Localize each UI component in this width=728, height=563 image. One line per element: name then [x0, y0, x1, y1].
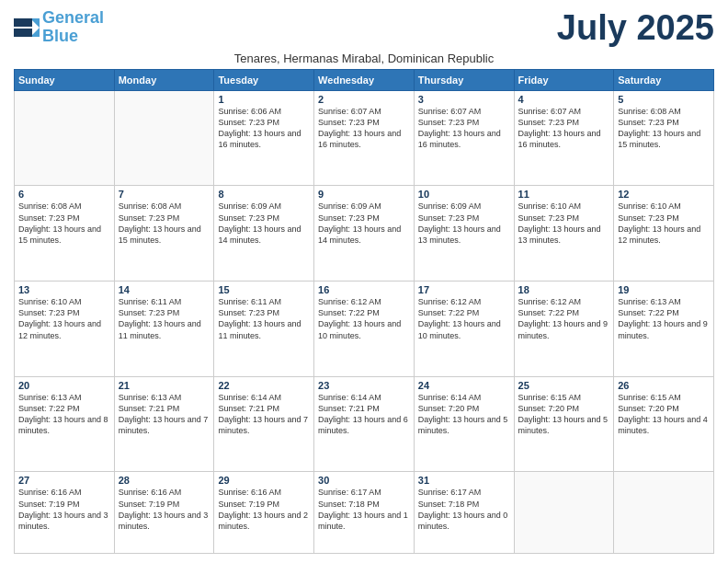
day-info: Sunrise: 6:09 AM Sunset: 7:23 PM Dayligh… — [218, 201, 310, 246]
calendar-table: Sunday Monday Tuesday Wednesday Thursday… — [14, 69, 714, 554]
day-number: 18 — [518, 284, 610, 295]
table-row — [114, 90, 214, 186]
table-row: 30Sunrise: 6:17 AM Sunset: 7:18 PM Dayli… — [314, 472, 415, 554]
day-info: Sunrise: 6:10 AM Sunset: 7:23 PM Dayligh… — [518, 201, 610, 246]
table-row: 12Sunrise: 6:10 AM Sunset: 7:23 PM Dayli… — [614, 186, 714, 282]
logo-line2: Blue — [42, 27, 78, 45]
day-info: Sunrise: 6:16 AM Sunset: 7:19 PM Dayligh… — [119, 487, 210, 532]
day-number: 4 — [518, 94, 610, 105]
day-info: Sunrise: 6:13 AM Sunset: 7:22 PM Dayligh… — [18, 392, 110, 437]
table-row: 9Sunrise: 6:09 AM Sunset: 7:23 PM Daylig… — [314, 186, 415, 282]
table-row: 6Sunrise: 6:08 AM Sunset: 7:23 PM Daylig… — [15, 186, 115, 282]
day-number: 12 — [618, 189, 710, 200]
day-info: Sunrise: 6:14 AM Sunset: 7:21 PM Dayligh… — [318, 392, 410, 437]
table-row: 28Sunrise: 6:16 AM Sunset: 7:19 PM Dayli… — [114, 472, 214, 554]
day-number: 14 — [119, 284, 210, 295]
day-info: Sunrise: 6:07 AM Sunset: 7:23 PM Dayligh… — [518, 106, 610, 151]
day-info: Sunrise: 6:08 AM Sunset: 7:23 PM Dayligh… — [18, 201, 110, 246]
day-number: 31 — [418, 475, 510, 486]
subtitle: Tenares, Hermanas Mirabal, Dominican Rep… — [14, 52, 714, 65]
table-row — [15, 90, 115, 186]
table-row: 24Sunrise: 6:14 AM Sunset: 7:20 PM Dayli… — [414, 376, 514, 472]
logo-line1: General — [42, 8, 104, 27]
day-number: 25 — [518, 380, 610, 391]
day-number: 30 — [318, 475, 410, 486]
day-info: Sunrise: 6:10 AM Sunset: 7:23 PM Dayligh… — [18, 296, 110, 341]
day-number: 1 — [218, 94, 310, 105]
table-row: 14Sunrise: 6:11 AM Sunset: 7:23 PM Dayli… — [114, 282, 214, 377]
table-row — [614, 472, 714, 554]
table-row: 1Sunrise: 6:06 AM Sunset: 7:23 PM Daylig… — [214, 90, 314, 186]
day-info: Sunrise: 6:17 AM Sunset: 7:18 PM Dayligh… — [318, 487, 410, 532]
day-number: 2 — [318, 94, 410, 105]
table-row: 21Sunrise: 6:13 AM Sunset: 7:21 PM Dayli… — [114, 376, 214, 472]
col-wednesday: Wednesday — [314, 69, 415, 90]
logo-icon — [14, 15, 40, 40]
day-number: 11 — [518, 189, 610, 200]
page: General Blue July 2025 Tenares, Hermanas… — [0, 0, 728, 563]
day-number: 23 — [318, 380, 410, 391]
day-number: 29 — [218, 475, 310, 486]
svg-rect-2 — [14, 18, 32, 27]
day-info: Sunrise: 6:14 AM Sunset: 7:20 PM Dayligh… — [418, 392, 510, 437]
table-row: 22Sunrise: 6:14 AM Sunset: 7:21 PM Dayli… — [214, 376, 314, 472]
day-number: 3 — [418, 94, 510, 105]
day-info: Sunrise: 6:13 AM Sunset: 7:22 PM Dayligh… — [618, 296, 710, 341]
day-info: Sunrise: 6:10 AM Sunset: 7:23 PM Dayligh… — [618, 201, 710, 246]
day-info: Sunrise: 6:11 AM Sunset: 7:23 PM Dayligh… — [218, 296, 310, 341]
table-row: 8Sunrise: 6:09 AM Sunset: 7:23 PM Daylig… — [214, 186, 314, 282]
col-thursday: Thursday — [414, 69, 514, 90]
day-info: Sunrise: 6:15 AM Sunset: 7:20 PM Dayligh… — [618, 392, 710, 437]
table-row: 17Sunrise: 6:12 AM Sunset: 7:22 PM Dayli… — [414, 282, 514, 377]
day-info: Sunrise: 6:14 AM Sunset: 7:21 PM Dayligh… — [218, 392, 310, 437]
day-info: Sunrise: 6:07 AM Sunset: 7:23 PM Dayligh… — [318, 106, 410, 151]
day-number: 21 — [119, 380, 210, 391]
col-saturday: Saturday — [614, 69, 714, 90]
table-row: 18Sunrise: 6:12 AM Sunset: 7:22 PM Dayli… — [514, 282, 614, 377]
table-row: 13Sunrise: 6:10 AM Sunset: 7:23 PM Dayli… — [15, 282, 115, 377]
day-info: Sunrise: 6:13 AM Sunset: 7:21 PM Dayligh… — [119, 392, 210, 437]
table-row: 2Sunrise: 6:07 AM Sunset: 7:23 PM Daylig… — [314, 90, 415, 186]
table-row: 27Sunrise: 6:16 AM Sunset: 7:19 PM Dayli… — [15, 472, 115, 554]
day-info: Sunrise: 6:07 AM Sunset: 7:23 PM Dayligh… — [418, 106, 510, 151]
col-monday: Monday — [114, 69, 214, 90]
day-number: 17 — [418, 284, 510, 295]
table-row: 26Sunrise: 6:15 AM Sunset: 7:20 PM Dayli… — [614, 376, 714, 472]
table-row: 4Sunrise: 6:07 AM Sunset: 7:23 PM Daylig… — [514, 90, 614, 186]
table-row: 3Sunrise: 6:07 AM Sunset: 7:23 PM Daylig… — [414, 90, 514, 186]
table-row — [514, 472, 614, 554]
day-number: 24 — [418, 380, 510, 391]
day-number: 5 — [618, 94, 710, 105]
day-info: Sunrise: 6:12 AM Sunset: 7:22 PM Dayligh… — [518, 296, 610, 341]
day-number: 13 — [18, 284, 110, 295]
day-info: Sunrise: 6:11 AM Sunset: 7:23 PM Dayligh… — [119, 296, 210, 341]
calendar-header-row: Sunday Monday Tuesday Wednesday Thursday… — [15, 69, 714, 90]
day-info: Sunrise: 6:16 AM Sunset: 7:19 PM Dayligh… — [18, 487, 110, 532]
table-row: 20Sunrise: 6:13 AM Sunset: 7:22 PM Dayli… — [15, 376, 115, 472]
day-number: 22 — [218, 380, 310, 391]
table-row: 7Sunrise: 6:08 AM Sunset: 7:23 PM Daylig… — [114, 186, 214, 282]
header: General Blue July 2025 — [14, 9, 714, 48]
day-info: Sunrise: 6:08 AM Sunset: 7:23 PM Dayligh… — [618, 106, 710, 151]
day-number: 15 — [218, 284, 310, 295]
day-info: Sunrise: 6:15 AM Sunset: 7:20 PM Dayligh… — [518, 392, 610, 437]
day-number: 16 — [318, 284, 410, 295]
table-row: 23Sunrise: 6:14 AM Sunset: 7:21 PM Dayli… — [314, 376, 415, 472]
day-info: Sunrise: 6:06 AM Sunset: 7:23 PM Dayligh… — [218, 106, 310, 151]
day-number: 19 — [618, 284, 710, 295]
day-info: Sunrise: 6:12 AM Sunset: 7:22 PM Dayligh… — [318, 296, 410, 341]
day-info: Sunrise: 6:17 AM Sunset: 7:18 PM Dayligh… — [418, 487, 510, 532]
day-number: 8 — [218, 189, 310, 200]
title-area: July 2025 — [557, 9, 714, 48]
day-info: Sunrise: 6:12 AM Sunset: 7:22 PM Dayligh… — [418, 296, 510, 341]
day-number: 28 — [119, 475, 210, 486]
table-row: 19Sunrise: 6:13 AM Sunset: 7:22 PM Dayli… — [614, 282, 714, 377]
day-info: Sunrise: 6:08 AM Sunset: 7:23 PM Dayligh… — [119, 201, 210, 246]
day-number: 9 — [318, 189, 410, 200]
table-row: 15Sunrise: 6:11 AM Sunset: 7:23 PM Dayli… — [214, 282, 314, 377]
table-row: 11Sunrise: 6:10 AM Sunset: 7:23 PM Dayli… — [514, 186, 614, 282]
svg-rect-3 — [14, 29, 32, 37]
col-tuesday: Tuesday — [214, 69, 314, 90]
table-row: 10Sunrise: 6:09 AM Sunset: 7:23 PM Dayli… — [414, 186, 514, 282]
day-info: Sunrise: 6:16 AM Sunset: 7:19 PM Dayligh… — [218, 487, 310, 532]
